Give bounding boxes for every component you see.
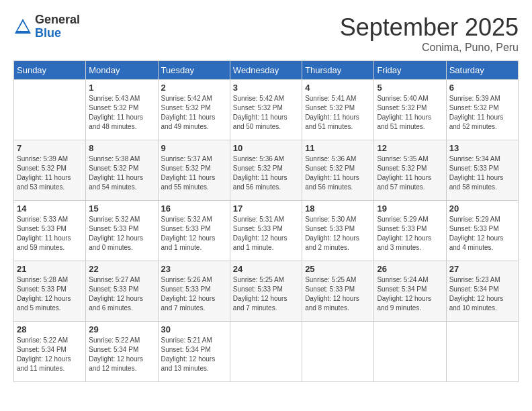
day-number: 1: [89, 83, 154, 93]
day-info: Sunrise: 5:39 AMSunset: 5:32 PMDaylight:…: [17, 154, 83, 192]
calendar-cell: 29Sunrise: 5:22 AMSunset: 5:34 PMDayligh…: [86, 322, 158, 382]
day-number: 20: [449, 203, 515, 214]
day-number: 24: [233, 264, 299, 274]
week-row-3: 14Sunrise: 5:33 AMSunset: 5:33 PMDayligh…: [14, 201, 519, 261]
col-friday: Friday: [374, 61, 446, 80]
day-info: Sunrise: 5:35 AMSunset: 5:32 PMDaylight:…: [377, 154, 443, 192]
calendar-cell: 22Sunrise: 5:27 AMSunset: 5:33 PMDayligh…: [86, 261, 158, 322]
day-number: 4: [305, 83, 371, 93]
day-info: Sunrise: 5:25 AMSunset: 5:33 PMDaylight:…: [305, 275, 371, 313]
calendar-cell: [374, 322, 446, 382]
calendar-cell: 4Sunrise: 5:41 AMSunset: 5:32 PMDaylight…: [302, 80, 374, 140]
day-number: 30: [161, 324, 227, 334]
day-info: Sunrise: 5:25 AMSunset: 5:33 PMDaylight:…: [233, 275, 299, 313]
col-tuesday: Tuesday: [158, 61, 230, 80]
calendar-cell: 2Sunrise: 5:42 AMSunset: 5:32 PMDaylight…: [158, 80, 230, 140]
calendar-cell: 3Sunrise: 5:42 AMSunset: 5:32 PMDaylight…: [230, 80, 302, 140]
calendar-cell: 10Sunrise: 5:36 AMSunset: 5:32 PMDayligh…: [230, 140, 302, 201]
day-number: 10: [233, 143, 299, 153]
day-number: 17: [233, 203, 299, 214]
day-number: 9: [161, 143, 227, 153]
calendar-cell: 23Sunrise: 5:26 AMSunset: 5:33 PMDayligh…: [158, 261, 230, 322]
day-number: 16: [161, 203, 227, 214]
day-info: Sunrise: 5:36 AMSunset: 5:32 PMDaylight:…: [305, 154, 371, 192]
col-monday: Monday: [86, 61, 158, 80]
calendar-cell: 20Sunrise: 5:29 AMSunset: 5:33 PMDayligh…: [446, 201, 518, 261]
day-number: 18: [305, 203, 371, 214]
calendar-cell: 7Sunrise: 5:39 AMSunset: 5:32 PMDaylight…: [14, 140, 86, 201]
day-info: Sunrise: 5:32 AMSunset: 5:33 PMDaylight:…: [161, 215, 227, 253]
logo-general: General: [35, 13, 80, 27]
calendar-cell: 19Sunrise: 5:29 AMSunset: 5:33 PMDayligh…: [374, 201, 446, 261]
day-number: 23: [161, 264, 227, 274]
calendar-cell: 25Sunrise: 5:25 AMSunset: 5:33 PMDayligh…: [302, 261, 374, 322]
calendar-cell: 21Sunrise: 5:28 AMSunset: 5:33 PMDayligh…: [14, 261, 86, 322]
day-number: 6: [449, 83, 515, 93]
calendar-cell: 9Sunrise: 5:37 AMSunset: 5:32 PMDaylight…: [158, 140, 230, 201]
col-saturday: Saturday: [446, 61, 518, 80]
day-info: Sunrise: 5:31 AMSunset: 5:33 PMDaylight:…: [233, 215, 299, 253]
calendar-cell: [302, 322, 374, 382]
calendar-cell: 11Sunrise: 5:36 AMSunset: 5:32 PMDayligh…: [302, 140, 374, 201]
logo-icon: [13, 17, 32, 36]
day-info: Sunrise: 5:42 AMSunset: 5:32 PMDaylight:…: [233, 94, 299, 132]
calendar-cell: [446, 322, 518, 382]
calendar-cell: 17Sunrise: 5:31 AMSunset: 5:33 PMDayligh…: [230, 201, 302, 261]
col-sunday: Sunday: [14, 61, 86, 80]
page-header: General Blue September 2025 Conima, Puno…: [13, 13, 519, 54]
day-number: 3: [233, 83, 299, 93]
calendar-cell: 6Sunrise: 5:39 AMSunset: 5:32 PMDaylight…: [446, 80, 518, 140]
day-info: Sunrise: 5:29 AMSunset: 5:33 PMDaylight:…: [377, 215, 443, 253]
day-info: Sunrise: 5:38 AMSunset: 5:32 PMDaylight:…: [89, 154, 154, 192]
day-number: 14: [17, 203, 83, 214]
calendar-cell: 18Sunrise: 5:30 AMSunset: 5:33 PMDayligh…: [302, 201, 374, 261]
day-number: 19: [377, 203, 443, 214]
calendar-cell: 16Sunrise: 5:32 AMSunset: 5:33 PMDayligh…: [158, 201, 230, 261]
logo: General Blue: [13, 13, 80, 40]
day-info: Sunrise: 5:22 AMSunset: 5:34 PMDaylight:…: [89, 336, 154, 373]
calendar-body: 1Sunrise: 5:43 AMSunset: 5:32 PMDaylight…: [14, 80, 519, 382]
col-wednesday: Wednesday: [230, 61, 302, 80]
day-info: Sunrise: 5:37 AMSunset: 5:32 PMDaylight:…: [161, 154, 227, 192]
day-number: 13: [449, 143, 515, 153]
day-number: 21: [17, 264, 83, 274]
calendar-cell: 14Sunrise: 5:33 AMSunset: 5:33 PMDayligh…: [14, 201, 86, 261]
day-info: Sunrise: 5:36 AMSunset: 5:32 PMDaylight:…: [233, 154, 299, 192]
calendar-cell: 8Sunrise: 5:38 AMSunset: 5:32 PMDaylight…: [86, 140, 158, 201]
day-info: Sunrise: 5:43 AMSunset: 5:32 PMDaylight:…: [89, 94, 154, 132]
calendar-cell: 5Sunrise: 5:40 AMSunset: 5:32 PMDaylight…: [374, 80, 446, 140]
day-number: 12: [377, 143, 443, 153]
day-info: Sunrise: 5:28 AMSunset: 5:33 PMDaylight:…: [17, 275, 83, 313]
day-info: Sunrise: 5:21 AMSunset: 5:34 PMDaylight:…: [161, 336, 227, 373]
calendar-cell: 28Sunrise: 5:22 AMSunset: 5:34 PMDayligh…: [14, 322, 86, 382]
calendar-header: Sunday Monday Tuesday Wednesday Thursday…: [14, 61, 519, 80]
day-number: 11: [305, 143, 371, 153]
header-row: Sunday Monday Tuesday Wednesday Thursday…: [14, 61, 519, 80]
day-info: Sunrise: 5:33 AMSunset: 5:33 PMDaylight:…: [17, 215, 83, 253]
month-title: September 2025: [340, 13, 519, 42]
day-number: 28: [17, 324, 83, 334]
day-info: Sunrise: 5:41 AMSunset: 5:32 PMDaylight:…: [305, 94, 371, 132]
location-subtitle: Conima, Puno, Peru: [340, 42, 519, 54]
day-number: 22: [89, 264, 154, 274]
day-info: Sunrise: 5:22 AMSunset: 5:34 PMDaylight:…: [17, 336, 83, 373]
calendar-cell: 12Sunrise: 5:35 AMSunset: 5:32 PMDayligh…: [374, 140, 446, 201]
day-info: Sunrise: 5:24 AMSunset: 5:34 PMDaylight:…: [377, 275, 443, 313]
day-info: Sunrise: 5:27 AMSunset: 5:33 PMDaylight:…: [89, 275, 154, 313]
day-number: 5: [377, 83, 443, 93]
calendar-table: Sunday Monday Tuesday Wednesday Thursday…: [13, 60, 519, 382]
day-info: Sunrise: 5:42 AMSunset: 5:32 PMDaylight:…: [161, 94, 227, 132]
calendar-cell: [230, 322, 302, 382]
day-number: 29: [89, 324, 154, 334]
day-number: 2: [161, 83, 227, 93]
day-number: 15: [89, 203, 154, 214]
day-number: 8: [89, 143, 154, 153]
week-row-1: 1Sunrise: 5:43 AMSunset: 5:32 PMDaylight…: [14, 80, 519, 140]
day-number: 26: [377, 264, 443, 274]
week-row-5: 28Sunrise: 5:22 AMSunset: 5:34 PMDayligh…: [14, 322, 519, 382]
logo-blue: Blue: [35, 27, 80, 40]
calendar-cell: 13Sunrise: 5:34 AMSunset: 5:33 PMDayligh…: [446, 140, 518, 201]
title-block: September 2025 Conima, Puno, Peru: [340, 13, 519, 54]
day-number: 7: [17, 143, 83, 153]
calendar-cell: 27Sunrise: 5:23 AMSunset: 5:34 PMDayligh…: [446, 261, 518, 322]
